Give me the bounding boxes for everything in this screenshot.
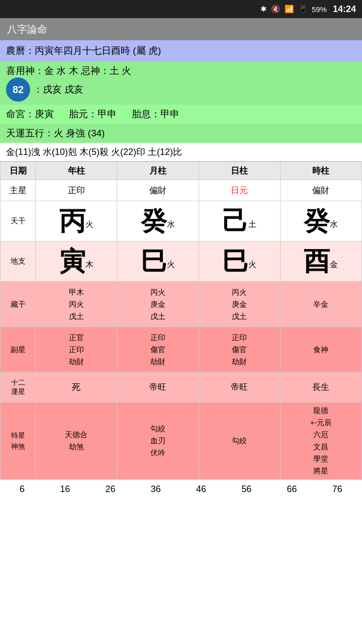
shenyong-line2: 82 ：戌亥 戌亥 (6, 77, 356, 102)
tiangan-col2-main: 癸 (141, 206, 167, 235)
yunxing-row: 十二 運星 死 帝旺 帝旺 長生 (1, 372, 362, 403)
zhuxing-row: 主星 正印 偏財 日元 偏財 (1, 180, 362, 201)
dizhi-row: 地支 寅木 巳火 巳火 酉金 (1, 242, 362, 282)
app-title: 八字論命 (7, 23, 47, 36)
bottom-number: 36 (151, 484, 161, 495)
tianyun-text: 天運五行：火 身強 (34) (6, 128, 105, 138)
score-badge: 82 (6, 77, 30, 102)
lunar-info: 農曆：丙寅年四月十七日酉時 (屬 虎) (0, 40, 362, 61)
mute-icon: 🔇 (271, 5, 281, 14)
dizhi-col1-main: 寅 (59, 247, 85, 276)
zhuxing-label: 主星 (1, 180, 36, 201)
table-header-row: 日期 年柱 月柱 日柱 時柱 (1, 162, 362, 180)
shenyong-section: 喜用神：金 水 木 忌神：土 火 82 ：戌亥 戌亥 (0, 61, 362, 105)
tiangan-col4-main: 癸 (304, 206, 330, 235)
bottom-number: 16 (60, 484, 70, 495)
title-bar: 八字論命 (0, 18, 362, 40)
bottom-numbers: 616263646566676 (0, 479, 362, 499)
dizhi-col1: 寅木 (36, 242, 117, 282)
tiangan-col3: 己土 (199, 201, 280, 242)
zhuxing-col2: 偏財 (117, 180, 199, 201)
fuxing-row: 副星 正官 正印 劫財 正印 傷官 劫財 正印 傷官 劫財 食神 (1, 327, 362, 372)
shenyong-dizhi: ：戌亥 戌亥 (33, 83, 83, 96)
signal-icon: 📱 (298, 5, 308, 14)
yunxing-col1: 死 (36, 372, 117, 403)
wuxing-text: 金(11)洩 水(10)剋 木(5)殺 火(22)印 土(12)比 (6, 147, 182, 157)
tiangan-col4-sub: 水 (330, 219, 338, 228)
shenyong-line1: 喜用神：金 水 木 忌神：土 火 (6, 64, 356, 77)
tiangan-label: 天干 (1, 201, 36, 242)
dizhi-col1-sub: 木 (85, 260, 94, 268)
dizhi-col4: 酉金 (280, 242, 361, 282)
dizhi-col2-sub: 火 (167, 260, 175, 268)
zhuxing-col1: 正印 (36, 180, 117, 201)
header-shizhu: 時柱 (280, 162, 361, 180)
mingong-text: 命宮：庚寅 (6, 108, 54, 121)
zhuxing-col3: 日元 (199, 180, 280, 201)
tiangan-col3-main: 己 (222, 206, 248, 235)
dizhi-col3-sub: 火 (248, 260, 256, 268)
header-nianzhu: 年柱 (36, 162, 117, 180)
texing-col4: 龍德 +-元辰 六厄 文昌 學堂 將星 (280, 403, 361, 479)
tiangan-col1: 丙火 (36, 201, 117, 242)
texing-label: 特星 神煞 (1, 403, 36, 479)
fuxing-col2: 正印 傷官 劫財 (117, 327, 199, 372)
dizhi-col4-main: 酉 (304, 247, 330, 276)
taiyuan-text: 胎元：甲申 (69, 108, 117, 121)
fuxing-label: 副星 (1, 327, 36, 372)
tiangan-col1-main: 丙 (59, 206, 85, 235)
taixi-text: 胎息：甲申 (132, 108, 179, 121)
status-bar: ✱ 🔇 📶 📱 59% 14:24 (0, 0, 362, 18)
main-table: 日期 年柱 月柱 日柱 時柱 主星 正印 偏財 日元 偏財 天干 丙火 癸水 己… (0, 162, 362, 479)
zanggan-col2: 丙火 庚金 戊土 (117, 282, 199, 327)
tianyun-section: 天運五行：火 身強 (34) (0, 124, 362, 143)
tiangan-col2: 癸水 (117, 201, 199, 242)
zanggan-col4: 辛金 (280, 282, 361, 327)
zhuxing-col4: 偏財 (280, 180, 361, 201)
tiangan-col2-sub: 水 (167, 219, 175, 228)
shenyong-text: 喜用神：金 水 木 忌神：土 火 (6, 64, 131, 77)
dizhi-col2: 巳火 (117, 242, 199, 282)
yunxing-col2: 帝旺 (117, 372, 199, 403)
dizhi-col3-main: 巳 (222, 247, 248, 276)
bottom-number: 76 (332, 484, 342, 495)
dizhi-col4-sub: 金 (330, 260, 338, 268)
wuxing-section: 金(11)洩 水(10)剋 木(5)殺 火(22)印 土(12)比 (0, 143, 362, 162)
yunxing-label: 十二 運星 (1, 372, 36, 403)
lunar-text: 農曆：丙寅年四月十七日酉時 (屬 虎) (6, 45, 161, 56)
zanggan-col1: 甲木 丙火 戊土 (36, 282, 117, 327)
yunxing-col3: 帝旺 (199, 372, 280, 403)
texing-col3: 勾絞 (199, 403, 280, 479)
bluetooth-icon: ✱ (260, 5, 267, 14)
texing-col2: 勾絞 血刃 伏吟 (117, 403, 199, 479)
header-rizhu: 日柱 (199, 162, 280, 180)
dizhi-col2-main: 巳 (141, 247, 167, 276)
yunxing-col4: 長生 (280, 372, 361, 403)
zanggan-label: 藏干 (1, 282, 36, 327)
dizhi-col3: 巳火 (199, 242, 280, 282)
wifi-icon: 📶 (285, 5, 294, 14)
fuxing-col1: 正官 正印 劫財 (36, 327, 117, 372)
bottom-number: 56 (241, 484, 251, 495)
tiangan-col3-sub: 土 (248, 219, 256, 228)
texing-col1: 天德合 劫煞 (36, 403, 117, 479)
header-label: 日期 (1, 162, 36, 180)
tiangan-col4: 癸水 (280, 201, 361, 242)
fuxing-col3: 正印 傷官 劫財 (199, 327, 280, 372)
zanggan-row: 藏干 甲木 丙火 戊土 丙火 庚金 戊土 丙火 庚金 戊土 辛金 (1, 282, 362, 327)
battery-text: 59% (312, 5, 327, 14)
fuxing-col4: 食神 (280, 327, 361, 372)
tiangan-col1-sub: 火 (85, 219, 94, 228)
zanggan-col3: 丙火 庚金 戊土 (199, 282, 280, 327)
clock: 14:24 (333, 4, 356, 15)
mingong-section: 命宮：庚寅 胎元：甲申 胎息：甲申 (0, 105, 362, 124)
texing-row: 特星 神煞 天德合 劫煞 勾絞 血刃 伏吟 勾絞 龍德 +-元辰 六厄 文昌 學… (1, 403, 362, 479)
tiangan-row: 天干 丙火 癸水 己土 癸水 (1, 201, 362, 242)
bottom-number: 26 (106, 484, 116, 495)
header-yuezhu: 月柱 (117, 162, 199, 180)
bottom-number: 66 (287, 484, 297, 495)
bottom-number: 46 (196, 484, 206, 495)
dizhi-label: 地支 (1, 242, 36, 282)
bottom-number: 6 (20, 484, 25, 495)
